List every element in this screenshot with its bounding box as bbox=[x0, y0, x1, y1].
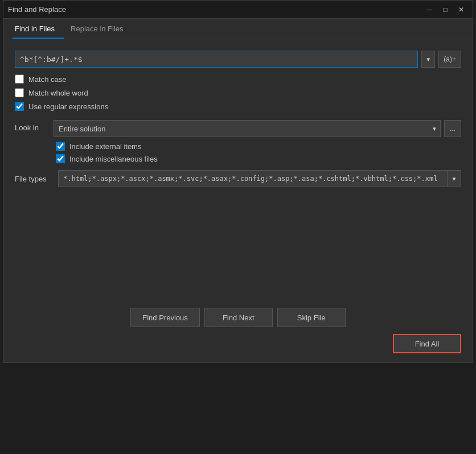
tab-replace-in-files[interactable]: Replace in Files bbox=[68, 19, 133, 39]
filetypes-dropdown-btn[interactable]: ▼ bbox=[448, 170, 461, 187]
filetypes-section: File types ▼ bbox=[15, 170, 461, 187]
options-section: Match case Match whole word Use regular … bbox=[15, 75, 461, 113]
include-external-checkbox[interactable] bbox=[56, 142, 65, 151]
skip-file-button[interactable]: Skip File bbox=[277, 308, 346, 327]
include-external-label[interactable]: Include external items bbox=[69, 142, 141, 151]
find-previous-button[interactable]: Find Previous bbox=[130, 308, 199, 327]
lookin-select[interactable]: Entire solution bbox=[54, 120, 441, 137]
lookin-checkboxes: Include external items Include miscellan… bbox=[54, 142, 461, 163]
filetypes-label: File types bbox=[15, 175, 51, 183]
dialog-tabs: Find in Files Replace in Files bbox=[3, 19, 473, 39]
match-case-label[interactable]: Match case bbox=[28, 75, 66, 84]
search-input[interactable] bbox=[15, 51, 418, 68]
action-buttons-row2: Find All bbox=[3, 332, 473, 362]
dialog-titlebar: Find and Replace ─ □ ✕ bbox=[3, 1, 473, 19]
lookin-row: Entire solution ▼ ... bbox=[54, 120, 461, 137]
filetypes-input[interactable] bbox=[58, 170, 448, 187]
match-whole-word-row: Match whole word bbox=[15, 88, 461, 97]
tab-find-in-files[interactable]: Find in Files bbox=[13, 19, 64, 39]
use-regex-label[interactable]: Use regular expressions bbox=[28, 102, 108, 111]
lookin-section: Look in Entire solution ▼ ... bbox=[15, 120, 461, 163]
search-dropdown-arrow: ▼ bbox=[425, 56, 431, 63]
find-all-button[interactable]: Find All bbox=[393, 334, 461, 353]
match-whole-word-label[interactable]: Match whole word bbox=[28, 89, 88, 97]
match-whole-word-checkbox[interactable] bbox=[15, 88, 24, 97]
lookin-label: Look in bbox=[15, 120, 47, 132]
lookin-select-wrapper: Entire solution ▼ bbox=[54, 120, 441, 137]
title-text: Find and Replace bbox=[8, 5, 66, 14]
find-next-button[interactable]: Find Next bbox=[204, 308, 273, 327]
action-buttons-row1: Find Previous Find Next Skip File bbox=[3, 299, 473, 332]
match-case-checkbox[interactable] bbox=[15, 75, 24, 84]
include-misc-label[interactable]: Include miscellaneous files bbox=[69, 155, 158, 163]
filetypes-row: ▼ bbox=[58, 170, 461, 187]
include-external-row: Include external items bbox=[56, 142, 461, 151]
dialog-body: ▼ (a)+ Match case Match whole word Use r… bbox=[3, 39, 473, 196]
lookin-controls: Entire solution ▼ ... Include external i… bbox=[54, 120, 461, 163]
include-misc-row: Include miscellaneous files bbox=[56, 154, 461, 163]
search-dropdown-btn[interactable]: ▼ bbox=[421, 51, 435, 68]
close-button[interactable]: ✕ bbox=[454, 3, 468, 16]
browse-button[interactable]: ... bbox=[444, 120, 461, 137]
include-misc-checkbox[interactable] bbox=[56, 154, 65, 163]
body-spacer bbox=[3, 196, 473, 299]
titlebar-controls: ─ □ ✕ bbox=[422, 3, 468, 16]
match-case-row: Match case bbox=[15, 75, 461, 84]
use-regex-row: Use regular expressions bbox=[15, 102, 461, 111]
dialog-title: Find and Replace bbox=[8, 5, 66, 14]
maximize-button[interactable]: □ bbox=[438, 3, 452, 16]
filetypes-dropdown-arrow: ▼ bbox=[452, 176, 457, 182]
dropdown-arrow-title[interactable]: ─ bbox=[422, 3, 436, 16]
use-regex-checkbox[interactable] bbox=[15, 102, 24, 111]
regex-button[interactable]: (a)+ bbox=[438, 51, 461, 68]
search-row: ▼ (a)+ bbox=[15, 51, 461, 68]
